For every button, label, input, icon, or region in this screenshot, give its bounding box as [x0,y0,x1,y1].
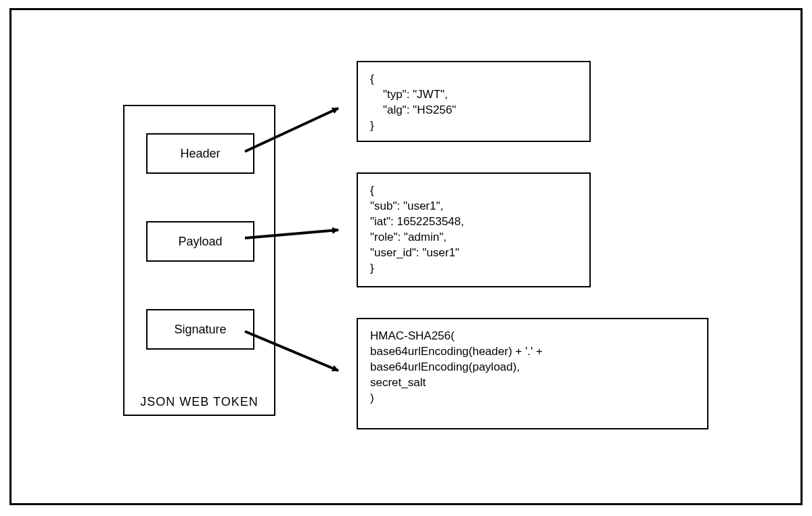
part-signature: Signature [146,309,254,350]
header-json-box: { "typ": "JWT", "alg": "HS256" } [357,61,591,142]
part-header-label: Header [180,147,220,161]
payload-json-box: { "sub": "user1", "iat": 1652253548, "ro… [357,172,591,287]
part-signature-label: Signature [174,323,226,337]
signature-text-box: HMAC-SHA256( base64urlEncoding(header) +… [357,318,708,429]
jwt-container: Header Payload Signature JSON WEB TOKEN [123,105,275,416]
part-header: Header [146,133,254,174]
part-payload-label: Payload [178,235,222,249]
jwt-caption: JSON WEB TOKEN [125,395,274,409]
part-payload: Payload [146,221,254,262]
diagram-frame: Header Payload Signature JSON WEB TOKEN … [9,8,803,505]
